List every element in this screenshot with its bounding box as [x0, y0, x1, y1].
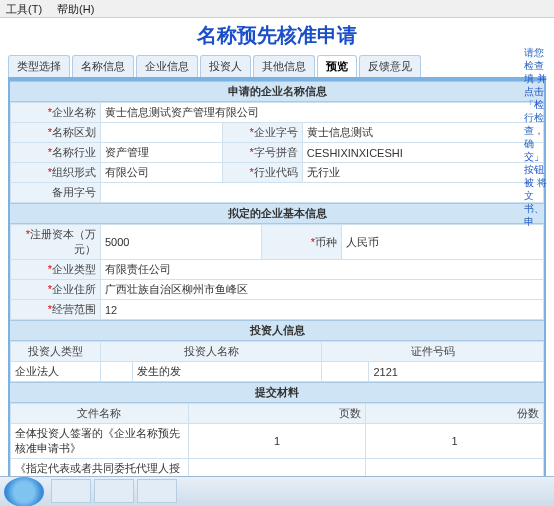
- pinyin-value: CESHIXINXICESHI: [302, 143, 543, 163]
- taskbar-item[interactable]: [137, 479, 177, 503]
- table-name-info: *企业名称黄士信息测试资产管理有限公司 *名称区划 *企业字号黄士信息测试 *名…: [10, 102, 544, 203]
- menu-tools[interactable]: 工具(T): [6, 3, 42, 15]
- tab-name-info[interactable]: 名称信息: [72, 55, 134, 77]
- menubar: 工具(T) 帮助(H): [0, 0, 554, 18]
- zihao-value: 黄士信息测试: [302, 123, 543, 143]
- taskbar-item[interactable]: [94, 479, 134, 503]
- section-header-name: 申请的企业名称信息: [10, 81, 544, 102]
- section-header-basic: 拟定的企业基本信息: [10, 203, 544, 224]
- taskbar[interactable]: [0, 476, 554, 506]
- start-button[interactable]: [4, 477, 44, 506]
- ent-name-value: 黄士信息测试资产管理有限公司: [101, 103, 544, 123]
- tab-ent-info[interactable]: 企业信息: [136, 55, 198, 77]
- side-note: 请您检查填 并点击「检 行检查，确 交」按钮被 将文书、申: [524, 46, 550, 228]
- address-value: 广西壮族自治区柳州市鱼峰区: [101, 280, 544, 300]
- tab-preview[interactable]: 预览: [317, 55, 357, 77]
- content-panel: 申请的企业名称信息 *企业名称黄士信息测试资产管理有限公司 *名称区划 *企业字…: [8, 79, 546, 506]
- tab-bar: 类型选择 名称信息 企业信息 投资人 其他信息 预览 反馈意见: [8, 55, 546, 79]
- section-header-materials: 提交材料: [10, 382, 544, 403]
- capital-value: 5000: [101, 225, 262, 260]
- table-investor: 投资人类型投资人名称证件号码 企业法人发生的发2121: [10, 341, 544, 382]
- taskbar-item[interactable]: [51, 479, 91, 503]
- tab-feedback[interactable]: 反馈意见: [359, 55, 421, 77]
- table-basic-info: *注册资本（万元）5000 *币种人民币 *企业类型有限责任公司 *企业住所广西…: [10, 224, 544, 320]
- tab-investor[interactable]: 投资人: [200, 55, 251, 77]
- table-row: 全体投资人签署的《企业名称预先核准申请书》11: [11, 424, 544, 459]
- section-header-investor: 投资人信息: [10, 320, 544, 341]
- page-title: 名称预先核准申请: [0, 18, 554, 55]
- tab-type[interactable]: 类型选择: [8, 55, 70, 77]
- menu-help[interactable]: 帮助(H): [57, 3, 94, 15]
- tab-other[interactable]: 其他信息: [253, 55, 315, 77]
- table-row: 企业法人发生的发2121: [11, 362, 544, 382]
